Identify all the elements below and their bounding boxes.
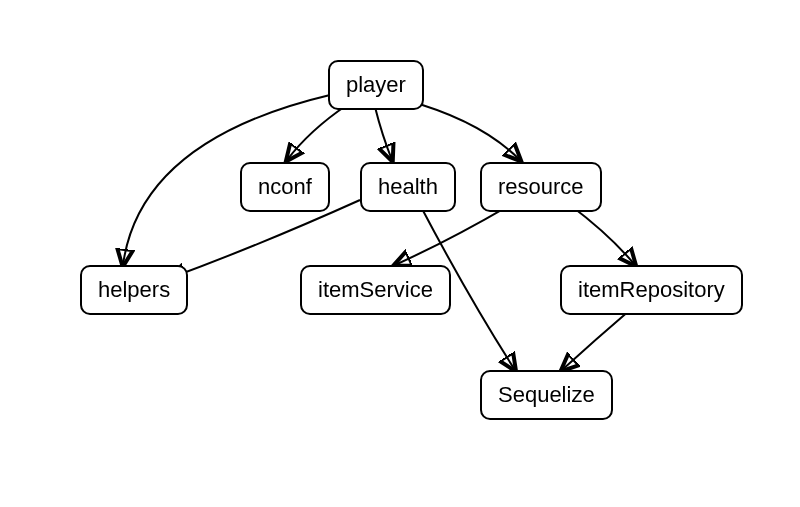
node-nconf: nconf [240, 162, 330, 212]
node-player: player [328, 60, 424, 110]
node-label: itemService [318, 277, 433, 302]
edge-resource-itemrepository [570, 205, 635, 265]
node-label: Sequelize [498, 382, 595, 407]
node-label: resource [498, 174, 584, 199]
edge-player-nconf [287, 105, 347, 160]
node-label: nconf [258, 174, 312, 199]
edge-player-resource [405, 100, 520, 160]
node-sequelize: Sequelize [480, 370, 613, 420]
edge-player-health [375, 107, 392, 160]
node-health: health [360, 162, 456, 212]
node-label: itemRepository [578, 277, 725, 302]
node-itemservice: itemService [300, 265, 451, 315]
node-itemrepository: itemRepository [560, 265, 743, 315]
node-label: helpers [98, 277, 170, 302]
node-resource: resource [480, 162, 602, 212]
node-label: player [346, 72, 406, 97]
edge-itemrepository-sequelize [562, 310, 630, 370]
node-helpers: helpers [80, 265, 188, 315]
edge-resource-itemservice [395, 205, 510, 265]
node-label: health [378, 174, 438, 199]
